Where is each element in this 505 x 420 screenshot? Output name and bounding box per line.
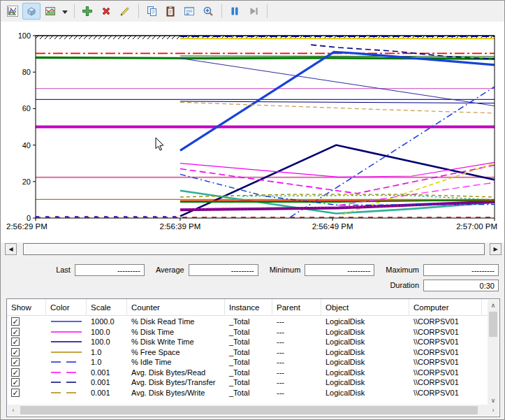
minimum-value: ---------: [305, 264, 374, 276]
color-swatch: [46, 319, 87, 324]
legend-row[interactable]: ✓1.0% Idle Time_Total---LogicalDisk\\COR…: [7, 357, 488, 368]
chevron-left-icon[interactable]: ‹: [8, 405, 19, 416]
toolbar-separator: [74, 4, 75, 18]
legend-cell-instance: _Total: [225, 317, 272, 326]
legend-cell-counter: % Disk Read Time: [127, 317, 225, 326]
view-log-data-button[interactable]: [22, 3, 41, 20]
legend-cell-counter: Avg. Disk Bytes/Write: [127, 389, 225, 397]
chevron-down-icon: [62, 7, 68, 15]
properties-button[interactable]: [180, 3, 198, 20]
chevron-down-icon[interactable]: ∨: [488, 395, 499, 405]
toolbar-separator: [221, 4, 222, 18]
legend-table-body: ✓1000.0% Disk Read Time_Total---LogicalD…: [7, 317, 488, 398]
red-x-icon: [101, 6, 112, 17]
legend-row[interactable]: ✓100.0% Disk Write Time_Total---LogicalD…: [7, 337, 488, 347]
legend-cell-counter: % Free Space: [127, 348, 225, 356]
graph-type-dropdown[interactable]: [60, 3, 70, 20]
legend-cell-parent: ---: [272, 378, 321, 386]
y-axis-label: 60: [22, 104, 31, 113]
show-checkbox[interactable]: ✓: [11, 317, 20, 326]
delete-counter-button[interactable]: [97, 3, 115, 20]
legend-cell-parent: ---: [272, 338, 321, 346]
timeline-scroll-right-button[interactable]: ▶: [490, 243, 502, 255]
legend-cell-object: LogicalDisk: [321, 317, 409, 326]
legend-row[interactable]: ✓1.0% Free Space_Total---LogicalDisk\\CO…: [7, 347, 488, 358]
legend-horizontal-scrollbar[interactable]: ‹ ›: [8, 405, 499, 416]
legend-column-header-object[interactable]: Object: [321, 299, 409, 316]
legend-cell-computer: \\CORPSV01: [409, 389, 482, 397]
legend-cell-object: LogicalDisk: [321, 328, 409, 336]
freeze-display-button[interactable]: [226, 3, 244, 20]
timeline-scroll-thumb[interactable]: [23, 243, 485, 255]
legend-cell-parent: ---: [272, 348, 321, 356]
legend-row[interactable]: ✓0.001Avg. Disk Bytes/Read_Total---Logic…: [7, 368, 488, 378]
duration-value: 0:30: [423, 280, 499, 291]
legend-column-header-scale[interactable]: Scale: [87, 299, 127, 316]
legend-cell-object: LogicalDisk: [321, 389, 409, 397]
clipboard-icon: [165, 6, 176, 17]
legend-cell-scale: 1000.0: [87, 317, 127, 326]
view-current-activity-button[interactable]: [3, 3, 22, 20]
legend-cell-parent: ---: [272, 328, 321, 336]
last-label: Last: [56, 266, 71, 274]
x-axis-label: 2:57:00 PM: [456, 222, 497, 231]
copy-properties-button[interactable]: [142, 3, 161, 20]
chevron-up-icon[interactable]: ∧: [488, 300, 499, 310]
show-checkbox[interactable]: ✓: [11, 328, 20, 336]
legend-column-header-computer[interactable]: Computer: [409, 299, 482, 316]
legend-cell-instance: _Total: [225, 378, 272, 386]
legend-cell-counter: % Disk Time: [127, 328, 225, 336]
legend-column-header-parent[interactable]: Parent: [272, 299, 321, 316]
show-checkbox[interactable]: ✓: [11, 378, 20, 386]
last-value: ---------: [75, 264, 145, 276]
show-checkbox[interactable]: ✓: [11, 348, 20, 356]
y-axis-label: 100: [18, 31, 31, 40]
show-checkbox[interactable]: ✓: [11, 338, 20, 346]
change-graph-type-button[interactable]: [41, 3, 59, 20]
paste-counter-list-button[interactable]: [161, 3, 180, 20]
legend-cell-scale: 0.001: [87, 389, 127, 397]
legend-vscroll-thumb[interactable]: [489, 312, 497, 337]
update-data-button[interactable]: [244, 3, 263, 20]
timeline-scroll-left-button[interactable]: ◀: [5, 243, 17, 255]
legend-hscroll-thumb[interactable]: [20, 406, 478, 414]
legend-cell-computer: \\CORPSV01: [409, 338, 482, 346]
y-axis-label: 0: [27, 214, 31, 222]
legend-cell-instance: _Total: [225, 328, 272, 336]
show-checkbox[interactable]: ✓: [11, 368, 20, 377]
show-checkbox[interactable]: ✓: [11, 389, 20, 397]
legend-cell-computer: \\CORPSV01: [409, 348, 482, 356]
legend-row[interactable]: ✓1000.0% Disk Read Time_Total---LogicalD…: [7, 317, 488, 327]
timeline-track[interactable]: [17, 243, 23, 255]
zoom-button[interactable]: [199, 3, 217, 20]
timeline-track[interactable]: [485, 243, 490, 255]
legend-row[interactable]: ✓100.0% Disk Time_Total---LogicalDisk\\C…: [7, 327, 488, 338]
highlight-button[interactable]: [116, 3, 134, 20]
value-bar-row-2: Duration 0:30: [1, 279, 505, 291]
left-arrow-icon: ◀: [8, 247, 13, 252]
legend-vertical-scrollbar[interactable]: ∧ ∨: [488, 300, 499, 405]
legend-cell-computer: \\CORPSV01: [409, 368, 482, 377]
y-axis-label: 40: [22, 141, 31, 150]
graph-panel: 1008060402002:56:29 PM2:56:39 PM2:56:49 …: [1, 22, 505, 242]
legend-column-header-show[interactable]: Show: [7, 299, 46, 316]
color-swatch: [46, 390, 87, 396]
legend-row[interactable]: ✓0.001Avg. Disk Bytes/Transfer_Total---L…: [7, 377, 488, 388]
legend-cell-counter: % Disk Write Time: [127, 338, 225, 346]
average-label: Average: [156, 266, 184, 274]
show-checkbox[interactable]: ✓: [11, 358, 20, 366]
legend-table-header: ShowColorScaleCounterInstanceParentObjec…: [7, 299, 499, 316]
legend-cell-instance: _Total: [225, 368, 272, 377]
add-counter-button[interactable]: [78, 3, 96, 20]
legend-column-header-instance[interactable]: Instance: [225, 299, 272, 316]
chevron-right-icon[interactable]: ›: [488, 405, 499, 416]
legend-column-header-color[interactable]: Color: [46, 299, 87, 316]
line-chart-icon: [7, 6, 18, 17]
legend-column-header-counter[interactable]: Counter: [127, 299, 225, 316]
y-axis-label: 20: [22, 178, 31, 186]
legend-row[interactable]: ✓0.001Avg. Disk Bytes/Write_Total---Logi…: [7, 388, 488, 398]
step-forward-icon: [248, 6, 259, 17]
legend-cell-scale: 1.0: [87, 348, 127, 356]
copy-icon: [146, 6, 157, 17]
properties-window-icon: [184, 6, 195, 17]
